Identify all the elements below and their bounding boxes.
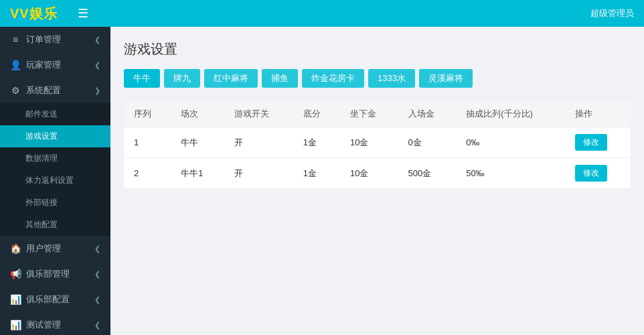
sidebar-item-player-management[interactable]: 👤 玩家管理 ❮ [0, 52, 110, 78]
data-clean-label: 数据清理 [25, 153, 58, 163]
sidebar-sub-physical-reward[interactable]: 体力返利设置 [0, 170, 110, 192]
game-tabs: 牛牛 牌九 红中麻将 捕鱼 炸金花房卡 1333水 灵溪麻将 [124, 69, 631, 88]
tab-niupai[interactable]: 牛牛 [124, 69, 160, 88]
tab-redzhongmajiang[interactable]: 红中麻将 [204, 69, 258, 88]
col-game-type: 场次 [171, 101, 224, 127]
sidebar-sub-other-config[interactable]: 其他配置 [0, 214, 110, 236]
test-icon: 📊 [10, 320, 21, 330]
sidebar-sub-game-settings[interactable]: 游戏设置 [0, 125, 110, 147]
sidebar-label-user: 用户管理 [26, 243, 61, 255]
cell-commission-0: 0‰ [456, 127, 565, 158]
main-layout: ≡ 订单管理 ❮ 👤 玩家管理 ❮ ⚙ 系统配置 ❯ 邮件发送 [0, 27, 644, 335]
sidebar-label-test: 测试管理 [26, 319, 61, 331]
cell-commission-1: 50‰ [456, 158, 565, 189]
cell-seq-0: 1 [124, 127, 171, 158]
tab-buyu[interactable]: 捕鱼 [262, 69, 298, 88]
tab-1333shui[interactable]: 1333水 [368, 69, 415, 88]
sidebar-item-test-management[interactable]: 📊 测试管理 ❮ [0, 312, 110, 335]
arrow-club-config: ❮ [94, 295, 100, 304]
cell-entry-gold-0: 0金 [398, 127, 457, 158]
col-sit-gold: 坐下金 [340, 101, 398, 127]
admin-label: 超级管理员 [590, 7, 634, 19]
col-entry-gold: 入场金 [398, 101, 457, 127]
arrow-test: ❮ [94, 321, 100, 330]
sidebar-label-club: 俱乐部管理 [26, 268, 70, 280]
user-icon: 🏠 [10, 243, 21, 254]
mail-send-label: 邮件发送 [25, 109, 58, 119]
top-header: VV娱乐 ☰ 超级管理员 [0, 0, 644, 27]
col-commission: 抽成比列(千分比) [456, 101, 565, 127]
external-link-label: 外部链接 [25, 198, 58, 207]
cell-entry-gold-1: 500金 [398, 158, 457, 189]
system-icon: ⚙ [10, 85, 21, 96]
cell-sit-gold-1: 10金 [340, 158, 398, 189]
col-seq: 序列 [124, 101, 171, 127]
cell-score-0: 1金 [293, 127, 340, 158]
arrow-user: ❮ [94, 245, 100, 253]
table-row: 1 牛牛 开 1金 10金 0金 0‰ 修改 [124, 127, 631, 158]
sidebar: ≡ 订单管理 ❮ 👤 玩家管理 ❮ ⚙ 系统配置 ❯ 邮件发送 [0, 27, 110, 335]
edit-button-1[interactable]: 修改 [575, 165, 607, 182]
sidebar-item-order-management[interactable]: ≡ 订单管理 ❮ [0, 27, 110, 52]
game-settings-sub-label: 游戏设置 [25, 131, 58, 141]
sidebar-label-order: 订单管理 [26, 34, 61, 46]
sidebar-item-system-config[interactable]: ⚙ 系统配置 ❯ [0, 78, 110, 103]
arrow-player: ❮ [94, 61, 100, 70]
arrow-system: ❯ [94, 86, 100, 95]
table-header-row: 序列 场次 游戏开关 底分 坐下金 入场金 抽成比列(千分比) 操作 [124, 101, 631, 127]
cell-seq-1: 2 [124, 158, 171, 189]
cell-action-0: 修改 [565, 127, 631, 158]
page-title: 游戏设置 [124, 40, 631, 58]
arrow-order: ❮ [94, 36, 100, 44]
tab-liumajiang[interactable]: 灵溪麻将 [419, 69, 473, 88]
cell-sit-gold-0: 10金 [340, 127, 398, 158]
cell-game-type-1: 牛牛1 [171, 158, 224, 189]
table-row: 2 牛牛1 开 1金 10金 500金 50‰ 修改 [124, 158, 631, 189]
edit-button-0[interactable]: 修改 [575, 134, 607, 151]
physical-reward-label: 体力返利设置 [25, 176, 74, 185]
sidebar-item-club-management[interactable]: 📢 俱乐部管理 ❮ [0, 261, 110, 287]
col-game-switch: 游戏开关 [224, 101, 293, 127]
logo: VV娱乐 [10, 5, 58, 23]
col-action: 操作 [565, 101, 631, 127]
club-icon: 📢 [10, 269, 21, 279]
sidebar-sub-data-clean[interactable]: 数据清理 [0, 147, 110, 170]
system-config-submenu: 邮件发送 游戏设置 数据清理 体力返利设置 外部链接 其他配置 [0, 103, 110, 236]
sidebar-sub-mail-send[interactable]: 邮件发送 [0, 103, 110, 125]
cell-game-switch-0: 开 [224, 127, 293, 158]
col-score: 底分 [293, 101, 340, 127]
arrow-club: ❮ [94, 270, 100, 279]
sidebar-label-system: 系统配置 [26, 84, 61, 96]
club-config-icon: 📊 [10, 294, 21, 305]
tab-paijiiu[interactable]: 牌九 [164, 69, 200, 88]
player-icon: 👤 [10, 60, 21, 70]
sidebar-label-club-config: 俱乐部配置 [26, 293, 70, 306]
sidebar-item-user-management[interactable]: 🏠 用户管理 ❮ [0, 236, 110, 261]
game-settings-table: 序列 场次 游戏开关 底分 坐下金 入场金 抽成比列(千分比) 操作 1 牛牛 … [124, 101, 631, 189]
content-area: 游戏设置 牛牛 牌九 红中麻将 捕鱼 炸金花房卡 1333水 灵溪麻将 序列 场… [110, 27, 644, 335]
hamburger-icon[interactable]: ☰ [78, 6, 88, 21]
tab-zhajinhua[interactable]: 炸金花房卡 [302, 69, 364, 88]
cell-game-type-0: 牛牛 [171, 127, 224, 158]
cell-action-1: 修改 [565, 158, 631, 189]
other-config-label: 其他配置 [25, 220, 58, 229]
sidebar-item-club-config[interactable]: 📊 俱乐部配置 ❮ [0, 287, 110, 312]
sidebar-label-player: 玩家管理 [26, 59, 61, 71]
cell-game-switch-1: 开 [224, 158, 293, 189]
order-icon: ≡ [10, 34, 21, 45]
cell-score-1: 1金 [293, 158, 340, 189]
sidebar-sub-external-link[interactable]: 外部链接 [0, 192, 110, 214]
